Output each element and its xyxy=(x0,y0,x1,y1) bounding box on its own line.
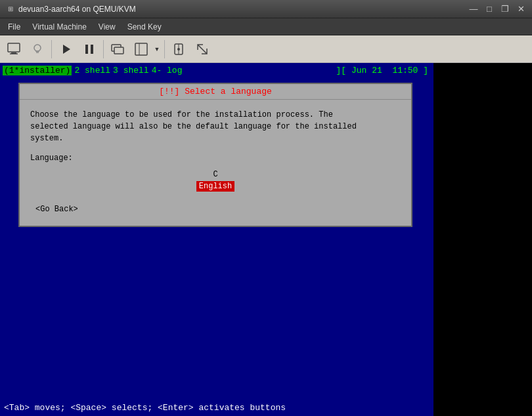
tab-log[interactable]: 4- log xyxy=(152,66,183,75)
usb-icon xyxy=(171,42,186,56)
dialog-body: Choose the language to be used for the i… xyxy=(20,100,411,226)
menu-file[interactable]: File xyxy=(3,21,26,33)
close-button[interactable]: ✕ xyxy=(515,3,527,15)
menu-view[interactable]: View xyxy=(93,21,121,33)
toolbar-separator-3 xyxy=(164,40,165,58)
dialog-description: Choose the language to be used for the i… xyxy=(30,109,401,144)
toolbar-separator-2 xyxy=(103,40,104,58)
tab-installer[interactable]: (1*installer) xyxy=(3,66,72,75)
terminal-time: ][ Jun 21 11:50 ] xyxy=(336,66,431,75)
svg-point-3 xyxy=(34,45,41,51)
lightbulb-button[interactable] xyxy=(26,38,49,60)
monitor-icon xyxy=(7,42,21,56)
pause-icon xyxy=(82,42,97,56)
terminal-screen[interactable]: (1*installer) 2 shell 3 shell 4- log ][ … xyxy=(0,63,433,416)
toolbar: ▼ xyxy=(0,35,532,63)
snapshot-button[interactable] xyxy=(106,38,129,60)
resize-button[interactable] xyxy=(191,38,213,60)
menu-send-key[interactable]: Send Key xyxy=(122,21,167,33)
terminal-area[interactable]: (1*installer) 2 shell 3 shell 4- log ][ … xyxy=(0,63,532,416)
menu-virtual-machine[interactable]: Virtual Machine xyxy=(27,21,92,33)
minimize-button[interactable]: — xyxy=(468,3,479,15)
snapshot-icon xyxy=(110,42,125,56)
svg-rect-0 xyxy=(8,43,20,52)
play-icon xyxy=(58,42,73,56)
titlebar-left: ⊞ devuan3-aarch64 on QEMU/KVM xyxy=(5,4,136,14)
bottom-hint-text: <Tab> moves; <Space> selects; <Enter> ac… xyxy=(4,403,286,413)
monitor-button[interactable] xyxy=(3,38,25,60)
fullscreen-button[interactable] xyxy=(130,38,152,60)
terminal-statusbar: (1*installer) 2 shell 3 shell 4- log ][ … xyxy=(0,63,433,77)
dialog-language-label: Language: xyxy=(30,154,401,163)
language-option-english[interactable]: English xyxy=(196,181,234,192)
go-back-button[interactable]: <Go Back> xyxy=(33,203,81,215)
language-option-c[interactable]: C xyxy=(210,169,220,180)
fullscreen-icon xyxy=(134,42,148,56)
resize-icon xyxy=(195,42,210,56)
bottom-hint-bar: <Tab> moves; <Space> selects; <Enter> ac… xyxy=(0,399,433,416)
usb-button[interactable] xyxy=(167,38,190,60)
dialog-actions: <Go Back> xyxy=(30,202,401,219)
svg-rect-8 xyxy=(114,47,123,54)
svg-rect-9 xyxy=(135,43,147,55)
dialog-title: [!!] Select a language xyxy=(20,84,411,100)
titlebar: ⊞ devuan3-aarch64 on QEMU/KVM — □ ❐ ✕ xyxy=(0,0,532,18)
toolbar-separator-1 xyxy=(51,40,52,58)
menubar: File Virtual Machine View Send Key xyxy=(0,18,532,35)
restore-button[interactable]: ❐ xyxy=(499,3,511,15)
window-title: devuan3-aarch64 on QEMU/KVM xyxy=(18,5,136,14)
svg-point-13 xyxy=(177,48,180,51)
svg-rect-6 xyxy=(91,45,93,54)
svg-marker-4 xyxy=(63,45,70,54)
svg-rect-5 xyxy=(85,45,88,54)
titlebar-controls[interactable]: — □ ❐ ✕ xyxy=(468,3,527,15)
fullscreen-dropdown-button[interactable]: ▼ xyxy=(152,38,162,60)
language-dialog: [!!] Select a language Choose the langua… xyxy=(18,83,412,227)
lightbulb-icon xyxy=(30,42,45,56)
play-button[interactable] xyxy=(55,38,77,60)
tab-shell-2[interactable]: 2 shell xyxy=(74,66,110,75)
vm-icon: ⊞ xyxy=(5,4,16,14)
language-list[interactable]: C English xyxy=(30,169,401,192)
black-right xyxy=(433,63,532,416)
pause-button[interactable] xyxy=(78,38,100,60)
tab-shell-3[interactable]: 3 shell xyxy=(113,66,149,75)
maximize-button[interactable]: □ xyxy=(483,3,495,15)
